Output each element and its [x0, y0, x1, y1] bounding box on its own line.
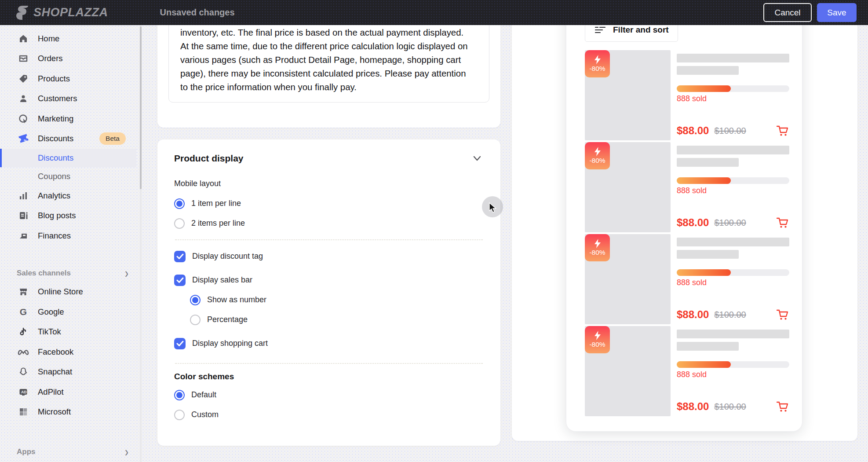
percentage-row[interactable]: Percentage: [190, 310, 484, 330]
sidebar-item-orders[interactable]: Orders: [0, 49, 142, 69]
check-icon: [176, 277, 184, 283]
sidebar-item-facebook[interactable]: Facebook: [0, 342, 142, 362]
sidebar-subitem-discounts[interactable]: Discounts: [0, 149, 136, 167]
radio-2-items-per-line[interactable]: [174, 218, 185, 229]
lightning-icon: [594, 147, 601, 156]
check-icon: [176, 253, 184, 260]
add-to-cart-icon[interactable]: [775, 308, 789, 321]
skeleton-title-bar: [677, 330, 789, 338]
sidebar-item-analytics[interactable]: Analytics: [0, 186, 142, 206]
checkbox-display-sales-bar[interactable]: [174, 275, 186, 286]
price: $88.00: [677, 216, 709, 229]
preview-panel: Filter and sort -80% 888 sold $88.00: [512, 0, 857, 441]
shoplazza-logo-icon: [16, 5, 29, 20]
layout-option-1[interactable]: 1 item per line: [174, 194, 484, 213]
discount-badge: -80%: [585, 234, 610, 261]
skeleton-subtitle-bar: [677, 342, 739, 351]
marketing-icon: [18, 113, 29, 125]
sidebar-item-online-store[interactable]: Online Store: [0, 282, 142, 302]
sidebar-item-discounts[interactable]: % Discounts Beta: [0, 129, 142, 149]
checkbox-display-discount-tag[interactable]: [174, 251, 186, 262]
color-custom-row[interactable]: Custom: [174, 405, 484, 425]
display-discount-tag-row[interactable]: Display discount tag: [174, 246, 484, 266]
sales-bar: [677, 85, 789, 92]
cursor-arrow-icon: [489, 202, 499, 214]
product-image-placeholder: -80%: [585, 234, 671, 324]
sold-count: 888 sold: [677, 278, 707, 287]
save-button[interactable]: Save: [817, 3, 857, 22]
facebook-meta-icon: [18, 346, 29, 358]
sold-count: 888 sold: [677, 94, 707, 103]
skeleton-title-bar: [677, 238, 789, 246]
tiktok-icon: [18, 326, 29, 337]
sidebar-item-tiktok[interactable]: TikTok: [0, 322, 142, 342]
sold-count: 888 sold: [677, 186, 707, 195]
mobile-preview: Filter and sort -80% 888 sold $88.00: [566, 0, 802, 432]
lightning-icon: [594, 239, 601, 248]
price: $88.00: [677, 400, 709, 413]
lightning-icon: [594, 331, 601, 340]
add-to-cart-icon[interactable]: [775, 216, 789, 229]
product-image-placeholder: -80%: [585, 50, 671, 140]
chevron-right-icon: ›: [125, 265, 128, 281]
adpilot-icon: AD: [18, 386, 29, 398]
add-to-cart-icon[interactable]: [775, 400, 789, 413]
sidebar-item-google[interactable]: G Google: [0, 302, 142, 322]
layout-option-2[interactable]: 2 items per line: [174, 213, 484, 233]
radio-show-as-number[interactable]: [190, 295, 201, 305]
checkbox-display-shopping-cart[interactable]: [174, 338, 186, 349]
product-display-title: Product display: [174, 153, 244, 164]
product-display-card: Product display Mobile layout 1 item per…: [157, 139, 500, 446]
radio-1-item-per-line[interactable]: [174, 198, 185, 209]
chevron-down-icon[interactable]: [471, 153, 483, 164]
skeleton-subtitle-bar: [677, 158, 739, 167]
customers-icon: [18, 93, 29, 104]
sales-bar: [677, 269, 789, 276]
sidebar-item-snapchat[interactable]: Snapchat: [0, 362, 142, 382]
sidebar: Home Orders Products Customers Marketing: [0, 25, 142, 462]
display-sales-bar-row[interactable]: Display sales bar: [174, 270, 484, 290]
sidebar-item-home[interactable]: Home: [0, 29, 142, 49]
original-price: $100.00: [714, 218, 746, 228]
sidebar-section-apps[interactable]: Apps ›: [0, 443, 142, 461]
divider: [175, 363, 483, 364]
sidebar-item-microsoft[interactable]: Microsoft: [0, 402, 142, 422]
add-to-cart-icon[interactable]: [775, 124, 789, 137]
price: $88.00: [677, 308, 709, 321]
skeleton-subtitle-bar: [677, 250, 739, 259]
sidebar-item-adpilot[interactable]: AD AdPilot: [0, 382, 142, 402]
sidebar-item-finances[interactable]: Finances: [0, 226, 142, 246]
filter-icon: [595, 26, 606, 34]
finances-icon: [18, 230, 29, 242]
topbar: SHOPLAZZA Unsaved changes Cancel Save: [0, 0, 868, 25]
snapchat-icon: [18, 366, 29, 378]
microsoft-icon: [18, 406, 29, 418]
sidebar-item-customers[interactable]: Customers: [0, 89, 142, 109]
radio-percentage[interactable]: [190, 315, 201, 325]
sidebar-subitem-coupons[interactable]: Coupons: [0, 167, 142, 186]
svg-text:%: %: [24, 139, 27, 143]
sidebar-section-sales-channels[interactable]: Sales channels ›: [0, 264, 142, 282]
sidebar-scrollbar[interactable]: [140, 25, 142, 462]
beta-badge: Beta: [99, 132, 126, 145]
cancel-button[interactable]: Cancel: [763, 3, 812, 22]
show-as-number-row[interactable]: Show as number: [190, 290, 484, 310]
products-icon: [18, 73, 29, 84]
radio-custom[interactable]: [174, 410, 185, 420]
orders-icon: [18, 53, 29, 64]
sidebar-item-marketing[interactable]: Marketing: [0, 109, 142, 129]
sold-count: 888 sold: [677, 370, 707, 379]
original-price: $100.00: [714, 126, 746, 136]
color-schemes-label: Color schemes: [174, 372, 484, 381]
discounts-icon: %: [18, 133, 29, 144]
color-default-row[interactable]: Default: [174, 385, 484, 405]
sidebar-item-products[interactable]: Products: [0, 69, 142, 89]
skeleton-subtitle-bar: [677, 66, 739, 75]
chevron-right-icon: ›: [125, 444, 128, 460]
sidebar-item-blog-posts[interactable]: Blog posts: [0, 206, 142, 226]
svg-text:AD: AD: [21, 390, 26, 394]
sidebar-scrollbar-thumb[interactable]: [140, 26, 142, 189]
brand: SHOPLAZZA: [16, 5, 108, 20]
radio-default[interactable]: [174, 390, 185, 400]
display-shopping-cart-row[interactable]: Display shopping cart: [174, 334, 484, 353]
